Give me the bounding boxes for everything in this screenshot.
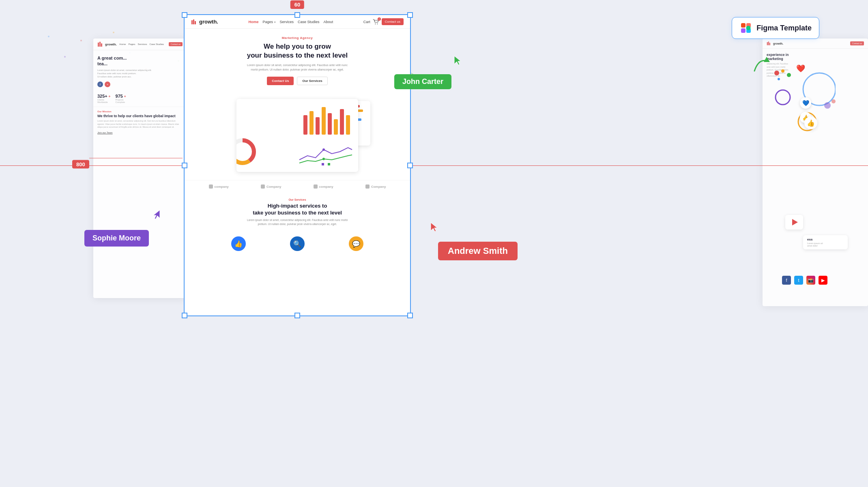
- left-mission: Our Mission We thrive to help our client…: [93, 107, 187, 137]
- dashboard-illustration: [220, 95, 374, 180]
- facebook-icon: f: [97, 82, 103, 87]
- svg-rect-22: [322, 163, 324, 165]
- svg-rect-3: [191, 20, 193, 24]
- svg-rect-24: [209, 185, 213, 189]
- donut-chart: [236, 137, 257, 166]
- svg-point-7: [377, 24, 378, 24]
- sophie-moore-label: Sophie Moore: [84, 230, 149, 247]
- like-thumb-icon: 👍: [804, 116, 817, 129]
- svg-rect-17: [334, 119, 338, 135]
- svg-rect-14: [316, 117, 320, 135]
- svg-rect-19: [346, 115, 350, 135]
- video-play-button[interactable]: [785, 215, 803, 230]
- svg-rect-33: [741, 28, 746, 33]
- red-cursor-arrow: [430, 222, 439, 235]
- handle-bottom-mid[interactable]: [294, 313, 300, 318]
- site-logo: growth.: [191, 19, 218, 25]
- svg-point-21: [322, 158, 325, 160]
- right-info-box: ess Lorem ipsum sitamet dolor: [803, 235, 848, 249]
- handle-top-left[interactable]: [182, 12, 187, 18]
- svg-rect-25: [261, 185, 265, 189]
- handle-mid-left[interactable]: [182, 163, 187, 168]
- svg-marker-45: [764, 57, 770, 62]
- svg-rect-29: [768, 42, 769, 45]
- green-cursor-arrow: [453, 55, 462, 68]
- our-services-button[interactable]: Our Services: [297, 77, 327, 85]
- figma-logo-icon: [739, 21, 752, 34]
- svg-point-42: [778, 78, 780, 80]
- svg-point-41: [787, 73, 791, 77]
- svg-rect-4: [193, 19, 194, 24]
- nav-contact-button[interactable]: Contact us: [382, 18, 404, 25]
- main-canvas-frame: 60 growth. Home Pages ▾ Services Case St…: [184, 14, 411, 316]
- youtube-icon: ▶: [819, 276, 827, 285]
- twitter-icon: t: [794, 276, 803, 285]
- left-contact-btn: Contact us: [169, 42, 183, 46]
- svg-point-11: [236, 143, 251, 161]
- play-triangle-icon: [792, 219, 798, 225]
- main-dashboard-card: [236, 99, 358, 172]
- chat-icon: 💬: [349, 236, 363, 251]
- search-icon: 🔍: [290, 236, 305, 251]
- svg-point-48: [80, 40, 82, 41]
- svg-rect-28: [767, 42, 768, 45]
- logos-row: company Company company Company: [185, 180, 410, 193]
- svg-rect-13: [309, 111, 314, 135]
- bottom-icons: 👍 🔍 💬: [185, 232, 410, 255]
- svg-point-35: [746, 26, 751, 30]
- hero-buttons: Contact Us Our Services: [201, 77, 394, 85]
- handle-bottom-left[interactable]: [182, 313, 187, 318]
- svg-rect-26: [314, 185, 318, 189]
- line-chart: [297, 144, 354, 168]
- svg-point-44: [831, 99, 836, 103]
- left-background-frame: growth. Home Pages Services Case Studies…: [93, 39, 187, 298]
- site-nav-links: Home Pages ▾ Services Case Studies About: [249, 20, 333, 24]
- svg-point-20: [322, 148, 325, 151]
- width-badge: 60: [290, 0, 304, 9]
- left-hero: A great com...tea... Lorem ipsum dolor s…: [93, 50, 187, 90]
- cart-icon: 2: [373, 19, 379, 25]
- facebook-icon: f: [782, 276, 791, 285]
- handle-top-mid[interactable]: [294, 12, 300, 18]
- svg-rect-0: [98, 43, 99, 47]
- svg-point-43: [824, 102, 831, 109]
- svg-point-50: [113, 32, 114, 33]
- left-social: f +: [97, 82, 183, 87]
- left-nav: growth. Home Pages Services Case Studies…: [93, 39, 187, 50]
- svg-point-47: [64, 56, 66, 58]
- svg-rect-30: [769, 43, 770, 45]
- handle-top-right[interactable]: [407, 12, 413, 18]
- svg-rect-31: [741, 23, 746, 28]
- join-team-link[interactable]: Join our Team: [97, 131, 183, 134]
- figma-template-text: Figma Template: [756, 24, 812, 32]
- svg-rect-5: [195, 21, 196, 24]
- right-nav: growth. Contact us: [763, 39, 868, 49]
- svg-point-40: [781, 69, 784, 73]
- right-logo: growth.: [767, 41, 783, 46]
- right-contact-btn: Contact us: [850, 41, 864, 45]
- other-icon: +: [105, 82, 110, 87]
- andrew-smith-label: Andrew Smith: [438, 242, 518, 260]
- john-carter-label: John Carter: [394, 74, 451, 89]
- left-logo: growth.: [97, 41, 117, 47]
- svg-rect-16: [328, 113, 332, 135]
- stats-row: 325+ + ClientsWorldwide 975 + ProjectsCo…: [93, 90, 187, 107]
- svg-rect-27: [365, 185, 370, 189]
- svg-rect-1: [99, 42, 101, 47]
- svg-point-37: [776, 90, 790, 105]
- svg-rect-12: [303, 115, 307, 135]
- handle-bottom-right[interactable]: [407, 313, 413, 318]
- cart-area: Cart 2 Contact us: [363, 18, 404, 25]
- height-badge: 800: [72, 160, 89, 169]
- svg-rect-18: [340, 109, 344, 135]
- purple-cursor-arrow: [152, 209, 161, 222]
- left-nav-links: Home Pages Services Case Studies: [119, 43, 164, 45]
- green-arrow-deco: [750, 55, 771, 77]
- site-hero: Marketing Agency We help you to grow you…: [185, 29, 410, 95]
- handle-mid-right[interactable]: [407, 163, 413, 168]
- svg-point-6: [375, 24, 376, 24]
- svg-rect-23: [328, 163, 330, 165]
- svg-point-39: [774, 71, 779, 75]
- contact-us-button[interactable]: Contact Us: [267, 77, 294, 85]
- svg-point-46: [48, 36, 49, 37]
